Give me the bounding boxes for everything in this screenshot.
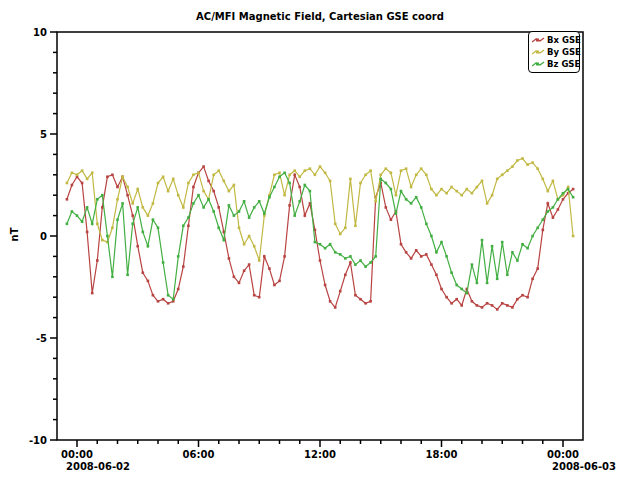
data-point-marker [202,190,205,193]
data-point-marker [501,174,504,177]
data-point-marker [131,202,134,205]
data-point-marker [81,169,84,172]
data-point-marker [511,165,514,168]
data-point-marker [334,306,337,309]
data-point-marker [339,233,342,236]
data-point-marker [344,274,347,277]
data-point-marker [521,157,524,160]
data-point-marker [379,178,382,181]
data-point-marker [152,294,155,297]
data-point-marker [131,223,134,226]
data-point-marker [440,288,443,291]
data-point-marker [187,216,190,219]
data-point-marker [314,174,317,177]
data-point-marker [557,208,560,211]
y-tick-label: -5 [36,333,47,344]
data-point-marker [339,253,342,256]
data-point-marker [66,223,69,226]
data-point-marker [182,206,185,209]
data-point-marker [501,302,504,305]
data-point-marker [66,182,69,185]
data-point-marker [374,200,377,203]
data-point-marker [162,298,165,301]
data-point-marker [420,206,423,209]
data-point-marker [243,243,246,246]
bx-line-sample-icon [532,36,545,44]
data-point-marker [531,278,534,281]
data-point-marker [531,161,534,164]
data-point-marker [390,218,393,221]
data-point-marker [152,218,155,221]
y-tick-label: 5 [40,129,47,140]
data-point-marker [369,261,372,264]
data-point-marker [435,251,438,254]
data-point-marker [136,206,139,209]
data-point-marker [197,172,200,175]
data-point-marker [415,249,418,252]
data-point-marker [572,196,575,199]
data-point-marker [542,229,545,232]
data-point-marker [147,214,150,217]
data-point-marker [562,198,565,201]
data-point-marker [476,282,479,285]
legend-label-bx: Bx GSE [547,35,581,45]
data-point-marker [207,180,210,183]
data-point-marker [223,180,226,183]
data-point-marker [552,216,555,219]
data-point-marker [334,223,337,226]
data-point-marker [516,298,519,301]
x-tick-label: 06:00 [183,449,215,460]
data-point-marker [476,304,479,307]
data-point-marker [364,265,367,268]
data-point-marker [486,282,489,285]
data-point-marker [177,194,180,197]
data-point-marker [228,257,231,260]
by-line-sample-icon [532,48,545,56]
data-point-marker [157,227,160,230]
data-point-marker [385,206,388,209]
data-point-marker [445,296,448,299]
data-point-marker [562,192,565,195]
data-point-marker [329,300,332,303]
data-point-marker [511,306,514,309]
data-point-marker [420,167,423,170]
data-point-marker [233,276,236,279]
data-point-marker [233,214,236,217]
data-point-marker [506,169,509,172]
data-point-marker [364,302,367,305]
x-date-label: 2008-06-02 [66,461,130,472]
data-point-marker [547,190,550,193]
data-point-marker [395,212,398,215]
data-point-marker [212,190,215,193]
data-point-marker [167,302,170,305]
data-point-marker [521,243,524,246]
data-point-marker [425,253,428,256]
data-point-marker [536,167,539,170]
data-point-marker [238,227,241,230]
data-point-marker [263,212,266,215]
data-point-marker [283,194,286,197]
data-point-marker [116,218,119,221]
data-point-marker [349,255,352,258]
data-point-marker [466,292,469,295]
data-point-marker [106,176,109,179]
data-point-marker [324,172,327,175]
data-point-marker [76,214,79,217]
data-point-marker [228,190,231,193]
series-line-bz-gse [67,173,573,299]
y-tick-label: 0 [40,231,47,242]
data-point-marker [248,235,251,238]
data-point-marker [157,182,160,185]
data-point-marker [511,251,514,254]
data-point-marker [142,206,145,209]
data-point-marker [440,241,443,244]
data-point-marker [531,235,534,238]
data-point-marker [501,241,504,244]
data-point-marker [542,178,545,181]
data-point-marker [192,186,195,189]
data-point-marker [76,174,79,177]
data-point-marker [253,294,256,297]
data-point-marker [111,276,114,279]
x-tick-label: 12:00 [304,449,336,460]
data-point-marker [162,261,165,264]
